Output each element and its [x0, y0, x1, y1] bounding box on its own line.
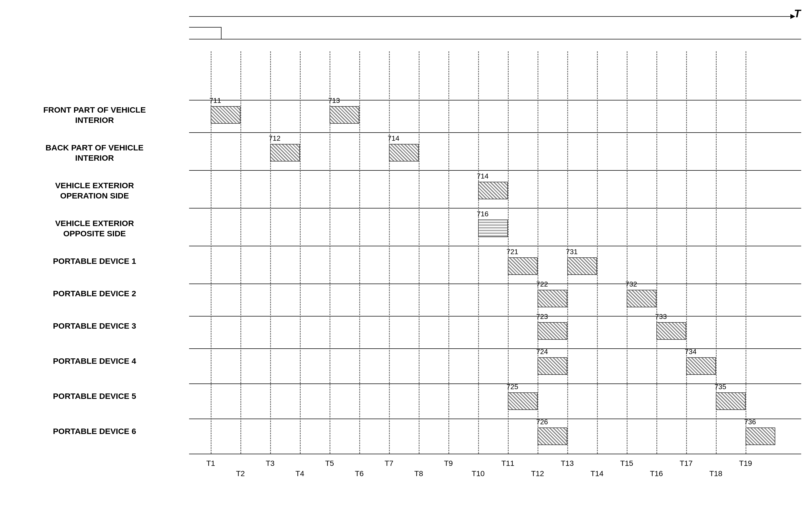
time-label-T18: T18	[708, 469, 724, 478]
dashed-line-t9	[448, 51, 449, 454]
pulse-732	[627, 290, 657, 307]
dashed-line-t7	[389, 51, 390, 454]
pulse-714e	[478, 182, 508, 199]
time-label-T15: T15	[618, 459, 635, 468]
pulse-713	[329, 106, 359, 124]
time-label-T4: T4	[292, 469, 308, 478]
pulse-label-721: 721	[506, 248, 518, 256]
dashed-line-t4	[300, 51, 301, 454]
row-line-ext_opp	[189, 246, 801, 246]
pulse-label-733: 733	[655, 312, 667, 321]
dashed-line-t19	[746, 51, 746, 454]
row-label-ext_op: VEHICLE EXTERIOROPERATION SIDE	[3, 180, 186, 201]
row-line-front	[189, 132, 801, 133]
dashed-line-t17	[686, 51, 687, 454]
time-label-T1: T1	[203, 459, 219, 468]
pulse-726	[538, 427, 567, 445]
pulse-label-714b: 714	[388, 134, 399, 143]
pulse-722	[538, 290, 567, 307]
pulse-724	[538, 357, 567, 375]
row-line-pd4	[189, 384, 801, 384]
pulse-731	[567, 258, 597, 275]
row-line-pd1	[189, 283, 801, 284]
row-line-ext_op	[189, 208, 801, 209]
time-label-T3: T3	[262, 459, 278, 468]
dashed-line-t10	[478, 51, 479, 454]
pulse-label-726: 726	[536, 418, 548, 426]
row-label-pd6: PORTABLE DEVICE 6	[3, 426, 186, 436]
time-label-T10: T10	[470, 469, 486, 478]
time-label-T2: T2	[232, 469, 249, 478]
row-line-pd5	[189, 419, 801, 419]
dashed-line-t16	[657, 51, 657, 454]
row-line-pd3	[189, 349, 801, 349]
pulse-label-722: 722	[536, 280, 548, 289]
pulse-label-734: 734	[685, 347, 696, 356]
row-label-pd1: PORTABLE DEVICE 1	[3, 256, 186, 266]
pulse-label-712: 712	[269, 134, 281, 143]
pulse-label-731: 731	[566, 248, 578, 256]
row-line-pd2	[189, 316, 801, 316]
pulse-723	[538, 322, 567, 340]
time-label-T8: T8	[411, 469, 427, 478]
pulse-736	[746, 427, 775, 445]
time-label-T19: T19	[737, 459, 754, 468]
pulse-label-724: 724	[536, 347, 548, 356]
row-label-back: BACK PART OF VEHICLEINTERIOR	[3, 143, 186, 163]
pulse-label-725: 725	[506, 383, 518, 391]
time-label-T6: T6	[351, 469, 367, 478]
dashed-line-t2	[240, 51, 241, 454]
dashed-line-t3	[270, 51, 271, 454]
time-label-T12: T12	[529, 469, 546, 478]
time-label-T11: T11	[500, 459, 516, 468]
dashed-line-t15	[627, 51, 628, 454]
pulse-label-732: 732	[625, 280, 637, 289]
time-label-T13: T13	[559, 459, 575, 468]
pulse-733	[657, 322, 686, 340]
pulse-label-713: 713	[328, 96, 340, 105]
sw-signal-drop	[221, 27, 222, 39]
dashed-line-t14	[597, 51, 598, 454]
pulse-714b	[389, 144, 419, 161]
time-axis	[189, 16, 790, 17]
dashed-line-t8	[419, 51, 419, 454]
pulse-label-735: 735	[715, 383, 726, 391]
pulse-label-723: 723	[536, 312, 548, 321]
dashed-line-t12	[538, 51, 539, 454]
pulse-label-736: 736	[744, 418, 756, 426]
time-label-T16: T16	[648, 469, 665, 478]
pulse-735	[716, 392, 746, 410]
pulse-721	[508, 258, 538, 275]
time-label-T17: T17	[678, 459, 694, 468]
pulse-734	[686, 357, 716, 375]
pulse-716	[478, 219, 508, 237]
pulse-label-711: 711	[209, 96, 221, 105]
dashed-line-t6	[359, 51, 360, 454]
sw-signal-high	[189, 27, 222, 28]
timing-diagram: FRONT PART OF VEHICLEINTERIORBACK PART O…	[0, 0, 812, 515]
row-line-back	[189, 170, 801, 171]
pulse-711	[211, 106, 240, 124]
row-label-front: FRONT PART OF VEHICLEINTERIOR	[3, 105, 186, 125]
row-label-pd2: PORTABLE DEVICE 2	[3, 289, 186, 299]
pulse-label-714e: 714	[477, 172, 488, 180]
row-label-ext_opp: VEHICLE EXTERIOROPPOSITE SIDE	[3, 218, 186, 239]
pulse-712	[270, 144, 300, 161]
time-axis-label: T	[794, 7, 801, 20]
row-label-pd5: PORTABLE DEVICE 5	[3, 391, 186, 401]
pulse-label-716: 716	[477, 210, 488, 218]
sw-signal-low	[189, 39, 801, 39]
row-label-pd4: PORTABLE DEVICE 4	[3, 356, 186, 366]
row-line-pd6	[189, 454, 801, 454]
time-label-T9: T9	[440, 459, 457, 468]
row-label-pd3: PORTABLE DEVICE 3	[3, 321, 186, 331]
time-label-T5: T5	[321, 459, 338, 468]
pulse-725	[508, 392, 538, 410]
time-label-T7: T7	[381, 459, 397, 468]
time-label-T14: T14	[589, 469, 605, 478]
